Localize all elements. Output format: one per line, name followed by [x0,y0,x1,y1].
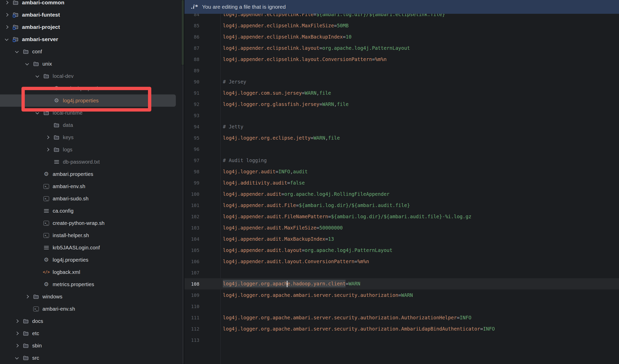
tree-item-label: ambari-sudo.sh [53,196,89,202]
property-value: WARN [322,101,334,107]
tree-item-log4j-properties[interactable]: ⚙log4j.properties [0,254,181,266]
tree-scrollbar-thumb[interactable] [182,0,184,65]
tree-item-label: ambari.properties [63,86,104,91]
code-line-text[interactable]: # Jersey [220,79,246,84]
chevron-right-icon[interactable] [4,26,10,28]
tree-item-unix[interactable]: unix [0,58,181,70]
code-line-97: 97# Audit logging [185,155,619,166]
chevron-right-icon[interactable] [14,344,20,347]
tree-item-icon-box: >_ [32,307,40,311]
code-line-text[interactable]: log4j.logger.org.apache.ambari.server.se… [220,292,413,298]
chevron-right-icon[interactable] [44,136,51,139]
tree-item-ambari-env-sh[interactable]: >_ambari-env.sh [0,303,181,315]
code-line-text[interactable]: log4j.appender.eclipselink.layout.Conver… [220,56,387,62]
chevron-right-icon[interactable] [14,332,20,335]
chevron-down-icon[interactable] [34,112,40,114]
tree-item-etc[interactable]: etc [0,327,181,339]
code-line-text[interactable]: log4j.logger.org.apache.ambari.server.se… [220,315,471,320]
tree-item-local-runtime[interactable]: local-runtime [0,107,181,119]
property-key: log4j.logger.org.glassfish.jersey [223,101,319,107]
code-line-text[interactable]: log4j.appender.eclipselink.MaxFileSize=5… [220,23,349,28]
tree-item-keys[interactable]: keys [0,131,181,143]
tree-item-icon-box [42,111,51,115]
chevron-down-icon[interactable] [4,39,10,40]
chevron-right-icon[interactable] [24,295,30,298]
tree-item-ambari-project[interactable]: ambari-project [0,21,181,33]
tree-item-ambari-common[interactable]: ambari-common [0,0,181,9]
tree-item-label: ca.config [53,208,74,214]
code-line-109: 109log4j.logger.org.apache.ambari.server… [185,289,619,301]
tree-item-ambari-funtest[interactable]: ambari-funtest [0,9,181,21]
code-line-text[interactable]: log4j.additivity.audit=false [220,180,305,186]
tree-item-ambari-sudo-sh[interactable]: >_ambari-sudo.sh [0,192,181,205]
code-line-text[interactable]: # Audit logging [220,157,267,163]
property-value: ${ambari.log.dir}/${ambari.audit.file} [299,202,410,208]
tree-item-ambari-properties[interactable]: ⚙ambari.properties [0,82,181,94]
tree-item-src[interactable]: src [0,352,181,364]
chevron-right-icon[interactable] [4,1,10,4]
tree-item-create-python-wrap-sh[interactable]: >_create-python-wrap.sh [0,217,181,229]
code-line-text[interactable]: log4j.appender.eclipselink.layout=org.ap… [220,45,410,51]
chevron-right-icon[interactable] [4,14,10,16]
chevron-down-icon[interactable] [24,63,30,65]
code-line-text[interactable]: log4j.logger.org.apache.hadoop.yarn.clie… [220,281,360,287]
chevron-down-icon[interactable] [14,51,20,53]
tree-item-data[interactable]: data [0,119,181,131]
code-line-text[interactable]: log4j.appender.audit.File=${ambari.log.d… [220,202,410,208]
line-number: 96 [185,147,220,152]
tree-item-logs[interactable]: logs [0,143,181,156]
code-line-text[interactable]: log4j.logger.org.glassfish.jersey=WARN,f… [220,101,349,107]
code-area[interactable]: 84log4j.appender.eclipselink.File=${amba… [185,9,619,346]
code-line-text[interactable]: log4j.appender.audit=org.apache.log4j.Ro… [220,191,389,197]
tree-item-ambari-properties[interactable]: ⚙ambari.properties [0,168,181,180]
code-line-text[interactable]: log4j.logger.audit=INFO,audit [220,169,308,174]
tree-item-db-password-txt[interactable]: db-password.txt [0,156,181,168]
property-value: INFO [278,169,290,174]
code-line-text[interactable]: log4j.appender.audit.layout.ConversionPa… [220,259,369,264]
code-line-text[interactable]: log4j.appender.eclipselink.MaxBackupInde… [220,34,351,40]
tree-item-install-helper-sh[interactable]: >_install-helper.sh [0,229,181,241]
code-line-text[interactable]: log4j.appender.audit.layout=org.apache.l… [220,247,392,253]
chevron-right-icon[interactable] [14,320,20,322]
panel-divider[interactable] [181,0,185,364]
tree-item-ambari-env-sh[interactable]: >_ambari-env.sh [0,180,181,192]
tree-item-log4j-properties[interactable]: ⚙log4j.properties [0,94,176,107]
code-line-110: 110 [185,301,619,312]
tree-item-icon-box [11,25,20,30]
code-comment: # Audit logging [223,157,267,163]
property-value: WARN [314,135,325,141]
ignored-pattern-icon: .i* [191,4,198,10]
tree-item-ca-config[interactable]: ca.config [0,205,181,217]
code-line-text[interactable]: log4j.logger.org.apache.ambari.server.se… [220,326,495,332]
tree-item-windows[interactable]: windows [0,290,181,303]
folder-icon [43,74,49,79]
shell-script-icon: >_ [43,196,49,201]
tree-item-label: keys [63,135,74,140]
tree-item-logback-xml[interactable]: </>logback.xml [0,266,181,278]
code-line-89: 89 [185,65,619,76]
editor-panel[interactable]: .i* You are editing a file that is ignor… [185,0,619,364]
line-number: 85 [185,23,220,28]
code-line-text[interactable]: log4j.logger.com.sun.jersey=WARN,file [220,90,331,96]
tree-item-metrics-properties[interactable]: ⚙metrics.properties [0,278,181,290]
code-line-text[interactable]: # Jetty [220,124,243,129]
code-line-text[interactable]: log4j.appender.audit.MaxBackupIndex=13 [220,236,334,242]
tree-item-docs[interactable]: docs [0,315,181,327]
line-number: 93 [185,113,220,118]
code-line-text[interactable]: log4j.appender.audit.MaxFileSize=5000000… [220,225,343,230]
property-key: log4j.logger.audit [223,169,276,174]
chevron-down-icon[interactable] [14,357,20,359]
tree-item-krb5jaaslogin-conf[interactable]: krb5JAASLogin.conf [0,241,181,254]
folder-icon [23,319,29,324]
tree-item-local-dev[interactable]: local-dev [0,70,181,82]
code-line-105: 105log4j.appender.audit.layout=org.apach… [185,245,619,256]
code-line-text[interactable]: log4j.appender.audit.FileNamePattern=${a… [220,214,471,219]
tree-item-conf[interactable]: conf [0,45,181,58]
chevron-right-icon[interactable] [44,148,51,151]
property-value: 50000000 [319,225,343,230]
folder-icon [23,49,29,54]
tree-item-sbin[interactable]: sbin [0,339,181,352]
chevron-down-icon[interactable] [34,75,40,77]
code-line-text[interactable]: log4j.logger.org.eclipse.jetty=WARN,file [220,135,340,141]
tree-item-ambari-server[interactable]: ambari-server [0,33,181,45]
